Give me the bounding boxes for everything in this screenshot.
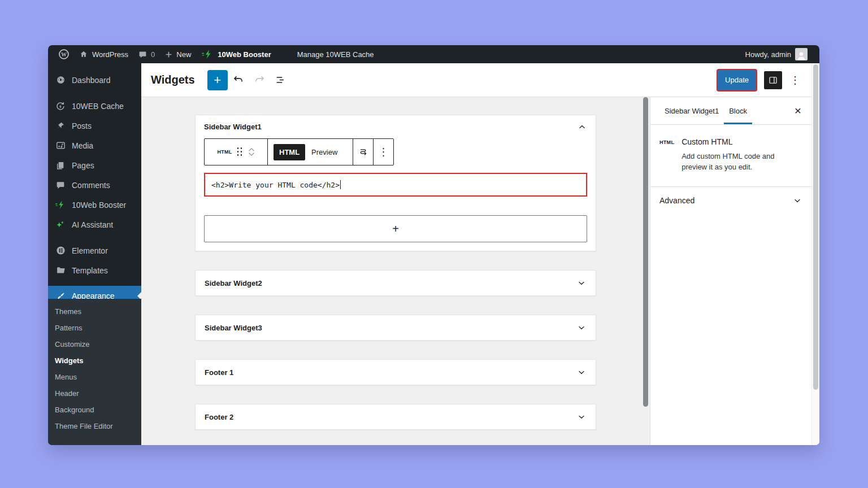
submenu-item-menus[interactable]: Menus <box>48 369 141 385</box>
sidebar-item-comments[interactable]: Comments <box>48 175 141 195</box>
sidebar-item-10web-cache[interactable]: 10WEB Cache <box>48 96 141 116</box>
chevron-up-icon[interactable] <box>577 122 587 132</box>
settings-sidebar-toggle[interactable] <box>764 71 782 89</box>
editor-canvas: Sidebar Widget1 HTML HTML Preview <box>141 97 650 445</box>
elementor-icon <box>55 246 66 255</box>
submenu-item-themes[interactable]: Themes <box>48 303 141 320</box>
sidebar-item-media[interactable]: Media <box>48 136 141 155</box>
sidebar-item-elementor[interactable]: Elementor <box>48 241 141 260</box>
chevron-down-icon <box>576 412 587 422</box>
block-inserter-button[interactable]: + <box>207 70 228 90</box>
cache-icon <box>55 101 66 111</box>
site-link[interactable]: WordPress <box>74 45 133 63</box>
account-menu[interactable]: Howdy, admin <box>740 48 813 60</box>
booster-menu[interactable]: 10Web Booster <box>196 45 276 63</box>
move-down-icon[interactable] <box>248 152 255 156</box>
options-menu-button[interactable]: ⋮ <box>790 75 800 85</box>
block-appender-button[interactable]: + <box>204 215 587 242</box>
sidebar-item-label: Templates <box>72 266 108 275</box>
submenu-item-customize[interactable]: Customize <box>48 336 141 352</box>
sidebar-separator <box>48 280 141 286</box>
sidebar-item-label: Comments <box>72 181 110 190</box>
sidebar-item-10web-booster[interactable]: 10Web Booster <box>48 195 141 215</box>
sidebar-item-posts[interactable]: Posts <box>48 116 141 136</box>
sidebar-item-label: 10Web Booster <box>72 201 126 210</box>
pushpin-icon <box>55 121 66 130</box>
widget-area-panel-sidebar-widget3[interactable]: Sidebar Widget3 <box>195 315 596 341</box>
widget-area-panel-sidebar-widget1: Sidebar Widget1 HTML HTML Preview <box>195 115 596 251</box>
comments-count: 0 <box>151 50 155 59</box>
update-button[interactable]: Update <box>718 70 756 90</box>
booster-bolt-icon <box>55 201 66 209</box>
block-handle-cell: HTML <box>205 139 268 165</box>
new-content-menu[interactable]: New <box>160 45 196 63</box>
submenu-label: Header <box>55 389 79 398</box>
sidebar-item-label: Pages <box>72 161 94 170</box>
preview-mode-button[interactable]: Preview <box>311 148 337 156</box>
submenu-item-header[interactable]: Header <box>48 385 141 402</box>
widget-area-title: Footer 1 <box>205 368 233 377</box>
list-view-button[interactable] <box>271 70 292 90</box>
sidebar-separator <box>48 234 141 241</box>
submenu-item-widgets[interactable]: Widgets <box>48 352 141 369</box>
plus-icon <box>165 51 172 58</box>
block-options-button[interactable]: ⋮ <box>374 139 393 165</box>
home-icon <box>79 50 88 59</box>
submenu-label: Menus <box>55 373 77 381</box>
chevron-down-icon <box>792 195 802 206</box>
canvas-scrollbar-thumb[interactable] <box>643 97 648 407</box>
comments-indicator[interactable]: 0 <box>133 45 160 63</box>
html-mode-button[interactable]: HTML <box>274 144 305 160</box>
sidebar-item-ai-assistant[interactable]: AI Assistant <box>48 215 141 234</box>
folder-icon <box>55 265 66 275</box>
submenu-label: Customize <box>55 340 89 348</box>
sparkles-icon <box>55 220 66 230</box>
tab-block[interactable]: Block <box>724 97 752 124</box>
drag-handle[interactable] <box>237 147 243 156</box>
editor-header: Widgets + Update ⋮ <box>141 63 811 97</box>
settings-sidebar: Sidebar Widget1 Block × HTML Custom HTML… <box>650 97 811 445</box>
appearance-submenu: Themes Patterns Customize Widgets Menus … <box>48 299 141 445</box>
window-scrollbar-thumb[interactable] <box>813 64 818 390</box>
submenu-item-background[interactable]: Background <box>48 402 141 418</box>
sidebar-item-pages[interactable]: Pages <box>48 155 141 175</box>
booster-bolt-icon <box>201 50 214 59</box>
sidebar-item-templates[interactable]: Templates <box>48 260 141 280</box>
widget-area-panel-footer-1[interactable]: Footer 1 <box>195 359 596 385</box>
list-view-icon <box>275 74 287 86</box>
close-settings-button[interactable]: × <box>793 97 802 124</box>
redo-icon <box>254 74 266 86</box>
widget-area-panel-footer-2[interactable]: Footer 2 <box>195 404 596 430</box>
wordpress-logo-icon: W <box>59 49 69 59</box>
wordpress-logo-menu[interactable]: W <box>54 45 74 63</box>
tab-widget-area[interactable]: Sidebar Widget1 <box>659 97 724 124</box>
move-up-icon[interactable] <box>248 147 255 152</box>
user-icon <box>796 50 806 60</box>
pages-icon <box>55 161 66 170</box>
kebab-icon: ⋮ <box>379 147 389 157</box>
code-text: <h2>Write your HTML code</h2> <box>211 181 340 189</box>
sidebar-item-label: Dashboard <box>72 76 111 85</box>
block-card-title: Custom HTML <box>682 137 801 146</box>
submenu-item-patterns[interactable]: Patterns <box>48 320 141 336</box>
widget-area-title: Footer 2 <box>205 413 233 421</box>
custom-html-code-input[interactable]: <h2>Write your HTML code</h2> <box>204 173 587 197</box>
undo-button[interactable] <box>228 70 249 90</box>
block-toolbar: HTML HTML Preview ⋮ <box>204 138 394 165</box>
chevron-down-icon <box>576 323 587 333</box>
advanced-panel-toggle[interactable]: Advanced <box>650 187 811 215</box>
advanced-label: Advanced <box>659 196 695 205</box>
site-link-label: WordPress <box>92 50 128 59</box>
redo-button[interactable] <box>249 70 271 90</box>
block-card-description: Add custom HTML code and preview it as y… <box>682 151 801 173</box>
widget-area-header[interactable]: Sidebar Widget1 <box>204 115 587 138</box>
move-to-icon <box>358 146 369 158</box>
submenu-item-theme-file-editor[interactable]: Theme File Editor <box>48 418 141 434</box>
manage-cache-link[interactable]: Manage 10WEB Cache <box>292 45 379 63</box>
sidebar-item-label: AI Assistant <box>72 220 113 229</box>
move-to-widget-area-button[interactable] <box>353 139 374 165</box>
sidebar-item-dashboard[interactable]: Dashboard <box>48 70 141 90</box>
settings-tabs: Sidebar Widget1 Block × <box>650 97 811 125</box>
widget-area-panel-sidebar-widget2[interactable]: Sidebar Widget2 <box>195 270 596 296</box>
window-scrollbar[interactable] <box>811 63 819 445</box>
